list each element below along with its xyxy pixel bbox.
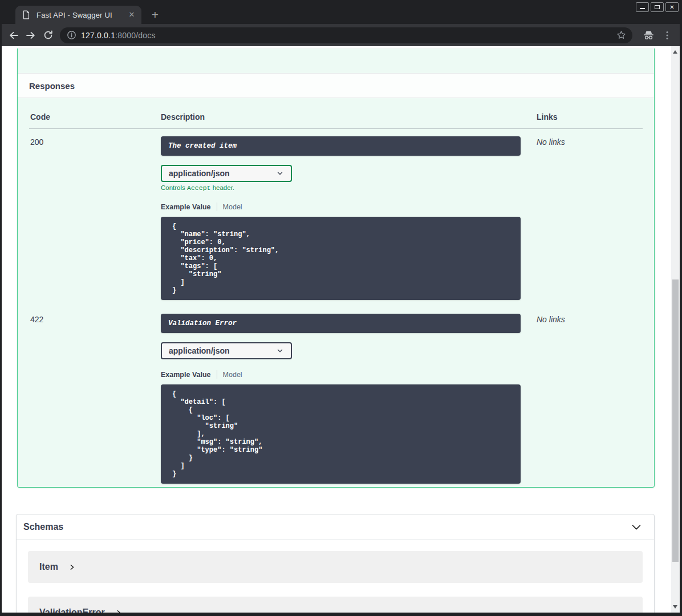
url-text: 127.0.0.1:8000/docs [81,31,614,40]
minimize-icon [640,8,645,9]
star-icon [616,30,627,40]
tab-model[interactable]: Model [223,203,242,211]
chevron-right-icon [68,564,76,571]
window-maximize-button[interactable] [651,2,664,12]
response-links: No links [537,136,643,300]
chevron-down-icon[interactable] [630,521,643,533]
responses-table-header: Code Description Links [29,107,643,129]
document-icon [22,10,31,19]
tab-example-value[interactable]: Example Value [161,203,211,211]
reload-button[interactable] [39,27,56,44]
column-header-links: Links [537,112,643,121]
tab-divider [217,370,217,379]
url-path: :8000/docs [115,31,156,40]
tab-close-icon[interactable]: ✕ [127,10,137,20]
kebab-menu-icon [661,30,673,41]
scroll-down-arrow-icon[interactable] [673,605,677,609]
accept-header-note: Controls Accept header. [161,184,521,192]
forward-button[interactable] [22,27,39,44]
response-row-200: 200 The created item application/json Co… [29,129,643,306]
responses-section-header: Responses [18,73,654,98]
browser-window: Fast API - Swagger UI ✕ + ✕ 127.0.0.1:80… [0,0,682,616]
menu-button[interactable] [660,28,675,43]
example-model-tabs: Example Value Model [161,370,521,379]
back-arrow-icon [8,30,19,41]
back-button[interactable] [5,27,22,44]
example-json-block: { "detail": [ { "loc": [ "string" ], "ms… [161,384,521,484]
response-description: The created item [168,142,237,150]
chevron-down-icon [276,347,284,355]
window-close-button[interactable]: ✕ [665,2,679,12]
media-type-select[interactable]: application/json [161,165,292,182]
media-type-value: application/json [169,169,276,178]
scrollbar-thumb[interactable] [672,279,679,562]
response-row-422: 422 Validation Error application/json Ex… [29,306,643,488]
window-minimize-button[interactable] [636,2,649,12]
forward-arrow-icon [25,30,36,41]
new-tab-button[interactable]: + [148,7,163,22]
schemas-header[interactable]: Schemas [17,514,654,540]
response-description: Validation Error [168,319,237,327]
schemas-heading: Schemas [23,522,630,532]
chevron-down-icon [276,169,284,177]
browser-tab[interactable]: Fast API - Swagger UI ✕ [15,6,141,24]
response-code: 200 [30,136,161,300]
site-info-icon[interactable] [67,30,76,40]
browser-titlebar: Fast API - Swagger UI ✕ + ✕ [0,0,682,24]
browser-toolbar: 127.0.0.1:8000/docs [2,24,680,46]
maximize-icon [655,5,660,9]
media-type-select[interactable]: application/json [161,342,292,359]
model-validationerror[interactable]: ValidationError [28,597,643,613]
scroll-up-arrow-icon[interactable] [673,50,677,54]
schemas-section: Schemas Item ValidationError [16,514,655,613]
tab-example-value[interactable]: Example Value [161,371,211,379]
window-controls: ✕ [636,2,679,12]
reload-icon [43,30,54,40]
post-opblock: Responses Code Description Links 200 The… [17,48,655,488]
incognito-icon [640,27,656,43]
response-links: No links [537,314,643,484]
responses-heading: Responses [29,81,75,91]
column-header-description: Description [161,112,521,121]
bookmark-button[interactable] [614,29,628,42]
page-scrollbar[interactable] [671,46,680,613]
model-item[interactable]: Item [28,551,643,583]
example-model-tabs: Example Value Model [161,202,521,211]
responses-table: Code Description Links 200 The created i… [18,98,654,488]
url-host: 127.0.0.1 [81,31,115,40]
response-description-box: The created item [161,136,521,156]
column-header-code: Code [30,112,161,121]
tab-divider [217,202,217,211]
example-json-block: { "name": "string", "price": 0, "descrip… [161,217,521,300]
media-type-value: application/json [169,346,276,355]
model-name: ValidationError [39,607,105,613]
model-name: Item [39,562,58,572]
response-description-box: Validation Error [161,314,521,333]
schemas-body: Item ValidationError [17,540,654,613]
tab-title: Fast API - Swagger UI [36,11,127,19]
swagger-page: Responses Code Description Links 200 The… [2,46,671,613]
response-code: 422 [30,314,161,484]
chevron-right-icon [115,609,123,613]
tab-model[interactable]: Model [223,371,242,379]
address-bar[interactable]: 127.0.0.1:8000/docs [60,27,632,43]
